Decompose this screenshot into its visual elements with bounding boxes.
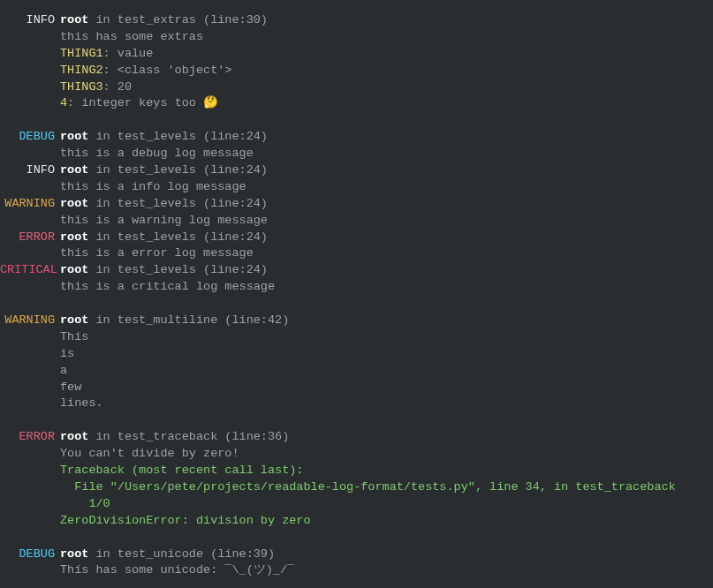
log-level: INFO xyxy=(0,162,60,179)
log-context: in test_levels (line:24) xyxy=(88,263,268,276)
log-logger: root xyxy=(60,313,88,327)
log-message-line: is xyxy=(0,346,704,363)
blank-line xyxy=(0,412,704,429)
message-text: You can't divide by zero! xyxy=(60,447,239,460)
blank-line xyxy=(0,112,704,129)
traceback-line: Traceback (most recent call last): xyxy=(60,464,303,477)
message-text: this has some extras xyxy=(60,30,203,43)
extra-key: THING1 xyxy=(60,47,103,60)
message-text: this is a debug log message xyxy=(60,147,254,160)
log-context: in test_traceback (line:36) xyxy=(88,430,289,443)
message-text: few xyxy=(60,381,81,394)
log-level: INFO xyxy=(0,12,60,29)
log-logger: root xyxy=(60,547,88,561)
log-message-line: This xyxy=(0,329,704,346)
extra-value: 20 xyxy=(118,80,132,94)
log-entry: ERRORroot in test_traceback (line:36)You… xyxy=(0,429,704,529)
log-logger: root xyxy=(60,263,88,276)
extra-key: 4 xyxy=(60,96,67,109)
log-level: ERROR xyxy=(0,429,60,446)
log-level: WARNING xyxy=(0,196,60,213)
log-message-line: THING1: value xyxy=(0,46,704,63)
log-level: CRITICAL xyxy=(0,262,60,279)
log-message-line: THING2: <class 'object'> xyxy=(0,63,704,79)
log-level: WARNING xyxy=(0,313,60,329)
log-message-line: this is a critical log message xyxy=(0,279,704,296)
message-text: a xyxy=(60,364,67,377)
log-message-line: this is a error log message xyxy=(0,245,704,262)
log-header: INFOroot in test_levels (line:24) xyxy=(0,162,704,179)
message-text: this is a error log message xyxy=(60,246,254,260)
log-context: in test_unicode (line:39) xyxy=(88,547,275,561)
message-text: this is a warning log message xyxy=(60,214,268,227)
log-logger: root xyxy=(60,230,88,244)
log-header: WARNINGroot in test_levels (line:24) xyxy=(0,196,704,213)
log-header: DEBUGroot in test_unicode (line:39) xyxy=(0,547,704,563)
traceback-line: 1/0 xyxy=(60,497,110,510)
message-text: this is a critical log message xyxy=(60,280,275,293)
log-message-line: a xyxy=(0,363,704,380)
extra-sep: : xyxy=(103,64,118,77)
log-entry: WARNINGroot in test_levels (line:24)this… xyxy=(0,196,704,230)
log-message-line: THING3: 20 xyxy=(0,79,704,96)
log-context: in test_multiline (line:42) xyxy=(88,313,289,327)
extra-sep: : xyxy=(67,96,81,109)
log-entry: ERRORroot in test_levels (line:24)this i… xyxy=(0,230,704,263)
log-message-line: 1/0 xyxy=(0,496,704,513)
log-output: INFOroot in test_extras (line:30)this ha… xyxy=(0,0,713,588)
extra-value: integer keys too 🤔 xyxy=(81,96,218,109)
log-level: ERROR xyxy=(0,230,60,246)
blank-line xyxy=(0,296,704,313)
log-context: in test_levels (line:24) xyxy=(88,130,268,143)
message-text: Thís has some unicode: ¯\_(ツ)_/¯ xyxy=(60,563,294,577)
message-text: this is a info log message xyxy=(60,180,247,193)
log-message-line: this is a debug log message xyxy=(0,146,704,162)
log-message-line: 4: integer keys too 🤔 xyxy=(0,95,704,112)
traceback-line: ZeroDivisionError: division by zero xyxy=(60,514,311,527)
log-message-line: this is a info log message xyxy=(0,179,704,196)
extra-value: <class 'object'> xyxy=(118,64,232,77)
log-message-line: File "/Users/pete/projects/readable-log-… xyxy=(0,479,704,496)
log-header: DEBUGroot in test_levels (line:24) xyxy=(0,129,704,146)
log-entry: DEBUGroot in test_unicode (line:39)Thís … xyxy=(0,547,704,580)
log-header: CRITICALroot in test_levels (line:24) xyxy=(0,262,704,279)
log-logger: root xyxy=(60,163,88,177)
extra-sep: : xyxy=(103,80,118,94)
extra-value: value xyxy=(118,47,154,60)
log-message-line: this has some extras xyxy=(0,29,704,46)
log-message-line: this is a warning log message xyxy=(0,213,704,230)
log-message-line: Traceback (most recent call last): xyxy=(0,463,704,479)
message-text: lines. xyxy=(60,396,103,410)
log-message-line: few xyxy=(0,380,704,396)
log-level: DEBUG xyxy=(0,547,60,563)
traceback-line: File "/Users/pete/projects/readable-log-… xyxy=(60,480,676,494)
log-message-line: lines. xyxy=(0,396,704,412)
log-context: in test_extras (line:30) xyxy=(88,13,268,26)
log-context: in test_levels (line:24) xyxy=(88,163,268,177)
log-entry: INFOroot in test_levels (line:24)this is… xyxy=(0,162,704,196)
log-context: in test_levels (line:24) xyxy=(88,230,268,244)
log-context: in test_levels (line:24) xyxy=(88,197,268,210)
log-logger: root xyxy=(60,430,88,443)
log-message-line: ZeroDivisionError: division by zero xyxy=(0,513,704,530)
extra-key: THING3 xyxy=(60,80,103,94)
log-level: DEBUG xyxy=(0,129,60,146)
log-logger: root xyxy=(60,197,88,210)
log-entry: INFOroot in test_extras (line:30)this ha… xyxy=(0,12,704,112)
log-message-line: Thís has some unicode: ¯\_(ツ)_/¯ xyxy=(0,562,704,579)
log-logger: root xyxy=(60,13,88,26)
extra-sep: : xyxy=(103,47,118,60)
message-text: is xyxy=(60,347,74,360)
log-entry: CRITICALroot in test_levels (line:24)thi… xyxy=(0,262,704,296)
log-logger: root xyxy=(60,130,88,143)
log-header: ERRORroot in test_levels (line:24) xyxy=(0,230,704,246)
log-header: INFOroot in test_extras (line:30) xyxy=(0,12,704,29)
extra-key: THING2 xyxy=(60,64,103,77)
log-message-line: You can't divide by zero! xyxy=(0,446,704,463)
log-entry: DEBUGroot in test_levels (line:24)this i… xyxy=(0,129,704,162)
blank-line xyxy=(0,530,704,547)
log-header: WARNINGroot in test_multiline (line:42) xyxy=(0,313,704,329)
log-header: ERRORroot in test_traceback (line:36) xyxy=(0,429,704,446)
message-text: This xyxy=(60,330,88,343)
log-entry: WARNINGroot in test_multiline (line:42)T… xyxy=(0,313,704,412)
